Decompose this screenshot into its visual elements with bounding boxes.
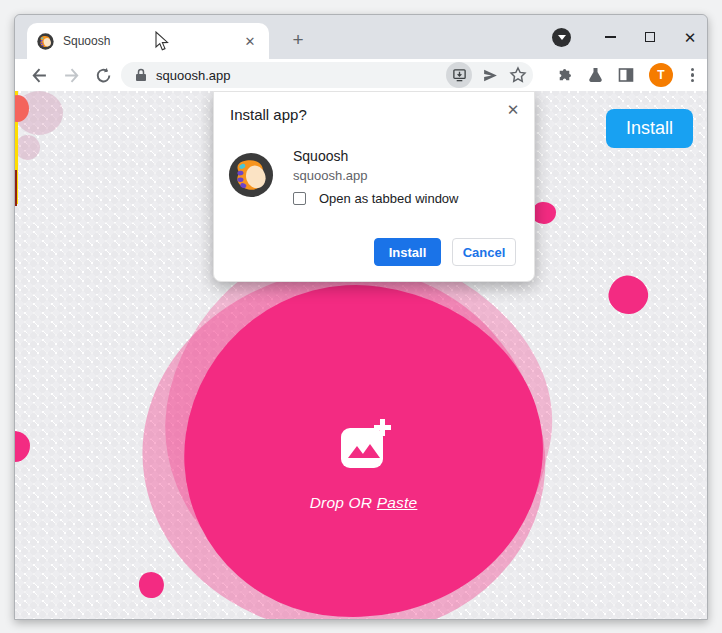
maximize-button[interactable] [641, 28, 659, 46]
chevron-down-icon [558, 35, 566, 40]
extensions-puzzle-icon[interactable] [556, 67, 573, 84]
side-panel-icon[interactable] [618, 67, 634, 83]
browser-window: Squoosh ✕ + ✕ squoosh.app [14, 14, 708, 620]
mouse-cursor [155, 31, 171, 53]
close-icon: ✕ [684, 30, 697, 45]
reload-button[interactable] [93, 65, 113, 85]
tab-strip: Squoosh ✕ + ✕ [15, 15, 707, 59]
paste-link[interactable]: Paste [377, 494, 418, 511]
dialog-app-domain: squoosh.app [293, 168, 367, 183]
back-button[interactable] [29, 65, 49, 85]
maximize-icon [645, 32, 655, 42]
pink-dot [532, 202, 556, 224]
minimize-icon [605, 36, 616, 37]
forward-button[interactable] [61, 65, 81, 85]
dialog-install-button[interactable]: Install [374, 238, 441, 266]
new-tab-button[interactable]: + [285, 27, 311, 53]
tab-title: Squoosh [63, 34, 241, 48]
squoosh-app-icon [228, 152, 274, 198]
tab-squoosh[interactable]: Squoosh ✕ [27, 23, 269, 59]
close-window-button[interactable]: ✕ [681, 28, 699, 46]
reload-icon [95, 67, 112, 84]
address-bar[interactable]: squoosh.app [121, 62, 533, 88]
profile-avatar[interactable]: T [649, 63, 673, 87]
tab-close-icon[interactable]: ✕ [241, 32, 259, 50]
back-icon [31, 67, 48, 84]
flask-icon[interactable] [588, 67, 603, 83]
dialog-title: Install app? [230, 106, 307, 123]
pink-dot [604, 270, 654, 319]
browser-toolbar: squoosh.app T [15, 59, 707, 91]
url-text: squoosh.app [156, 68, 446, 83]
tab-search-button[interactable] [552, 28, 571, 47]
star-icon[interactable] [509, 66, 527, 84]
decor-maroon-blob [15, 170, 17, 206]
tabbed-window-checkbox[interactable] [293, 192, 306, 205]
menu-kebab-icon[interactable] [688, 68, 697, 83]
pink-dot [136, 569, 167, 601]
squoosh-favicon-icon [37, 33, 54, 50]
install-page-button[interactable] [446, 62, 472, 88]
drop-zone[interactable]: Drop OR Paste [185, 286, 542, 619]
lock-icon [135, 68, 147, 82]
send-icon[interactable] [482, 67, 499, 84]
minimize-button[interactable] [601, 28, 619, 46]
pink-dot [15, 431, 30, 462]
forward-icon [63, 67, 80, 84]
add-image-icon [341, 422, 387, 468]
drop-or-paste-text: Drop OR Paste [310, 494, 418, 512]
install-app-dialog: Install app? ✕ Squoosh squoosh.app Open … [213, 91, 535, 282]
dialog-app-name: Squoosh [293, 148, 348, 164]
blob-dark-spot [15, 135, 40, 160]
install-page-icon [452, 68, 467, 83]
dialog-cancel-button[interactable]: Cancel [452, 238, 516, 266]
dialog-close-icon[interactable]: ✕ [503, 100, 523, 120]
page-content: Drop OR Paste Install Install app? ✕ Squ… [15, 91, 707, 619]
checkbox-label: Open as tabbed window [319, 191, 458, 206]
page-install-button[interactable]: Install [606, 109, 693, 148]
